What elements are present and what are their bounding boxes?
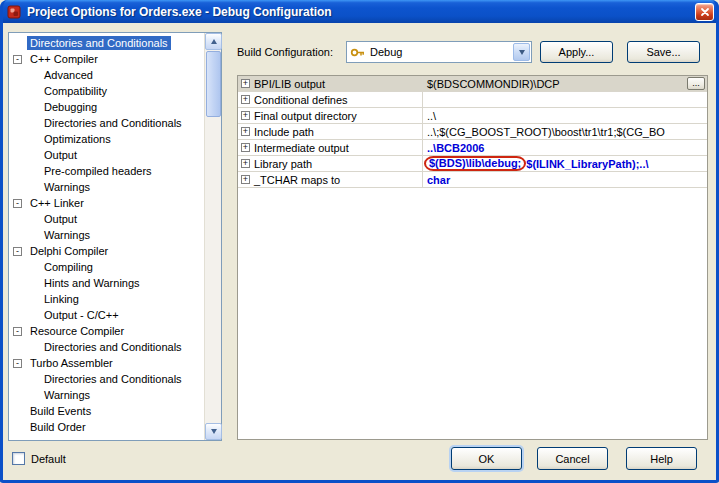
property-value-cell[interactable]: ..\BCB2006	[423, 140, 707, 155]
scroll-up-button[interactable]	[205, 33, 222, 50]
property-row[interactable]: +Final output directory..\	[238, 108, 707, 124]
tree-item-label: Hints and Warnings	[41, 276, 143, 290]
tree-item-label: Linking	[41, 292, 82, 306]
property-grid: +BPI/LIB output$(BDSCOMMONDIR)\DCP...+Co…	[237, 75, 708, 440]
combo-dropdown-button[interactable]	[513, 43, 530, 61]
scroll-down-icon	[211, 429, 217, 434]
property-value: ..\BCB2006	[427, 142, 484, 154]
tree-indent	[13, 423, 22, 432]
tree-item[interactable]: Directories and Conditionals	[9, 371, 204, 387]
property-row[interactable]: +Intermediate output..\BCB2006	[238, 140, 707, 156]
tree-item[interactable]: Output - C/C++	[9, 307, 204, 323]
tree-item[interactable]: -C++ Compiler	[9, 51, 204, 67]
expand-icon[interactable]: +	[241, 159, 250, 168]
tree-item[interactable]: Warnings	[9, 179, 204, 195]
tree-item[interactable]: Output	[9, 147, 204, 163]
tree-item[interactable]: Directories and Conditionals	[9, 339, 204, 355]
tree-item[interactable]: Hints and Warnings	[9, 275, 204, 291]
tree-item-label: Output	[41, 148, 80, 162]
collapse-icon[interactable]: -	[13, 247, 22, 256]
tree-scrollbar[interactable]	[204, 33, 221, 440]
property-row[interactable]: +_TCHAR maps tochar	[238, 172, 707, 188]
tree-item[interactable]: Compiling	[9, 259, 204, 275]
tree-item-label: Directories and Conditionals	[41, 372, 185, 386]
tree-item[interactable]: Warnings	[9, 387, 204, 403]
scrollbar-thumb[interactable]	[206, 51, 221, 117]
expand-icon[interactable]: +	[241, 95, 250, 104]
tree-item[interactable]: Directories and Conditionals	[9, 35, 204, 51]
tree-item[interactable]: Compatibility	[9, 83, 204, 99]
close-button[interactable]	[695, 3, 714, 21]
property-row[interactable]: +Conditional defines	[238, 92, 707, 108]
tree-item[interactable]: Directories and Conditionals	[9, 115, 204, 131]
expand-icon[interactable]: +	[241, 79, 250, 88]
save-button[interactable]: Save...	[627, 41, 700, 63]
property-name: Include path	[254, 126, 314, 138]
app-icon	[6, 4, 22, 20]
tree-item-label: Directories and Conditionals	[27, 36, 171, 50]
tree-item[interactable]: -Delphi Compiler	[9, 243, 204, 259]
default-label: Default	[31, 453, 66, 465]
expand-icon[interactable]: +	[241, 127, 250, 136]
tree-item[interactable]: Optimizations	[9, 131, 204, 147]
property-name-cell: +BPI/LIB output	[238, 76, 423, 91]
collapse-icon[interactable]: -	[13, 55, 22, 64]
expand-icon[interactable]: +	[241, 143, 250, 152]
tree-item[interactable]: -Resource Compiler	[9, 323, 204, 339]
property-value-cell[interactable]	[423, 92, 707, 107]
tree-item[interactable]: Output	[9, 211, 204, 227]
tree-item-label: Warnings	[41, 388, 93, 402]
property-name-cell: +Conditional defines	[238, 92, 423, 107]
title-bar[interactable]: Project Options for Orders.exe - Debug C…	[0, 0, 719, 23]
ok-button[interactable]: OK	[451, 447, 522, 470]
tree-item[interactable]: Build Events	[9, 403, 204, 419]
help-button[interactable]: Help	[626, 447, 697, 470]
collapse-icon[interactable]: -	[13, 199, 22, 208]
property-value-cell[interactable]: $(BDS)\lib\debug;$(ILINK_LibraryPath);..…	[423, 156, 707, 171]
property-value: ..\	[427, 110, 436, 122]
tree-item[interactable]: Debugging	[9, 99, 204, 115]
default-option: Default	[12, 452, 66, 465]
property-row[interactable]: +Include path..\;$(CG_BOOST_ROOT)\boost\…	[238, 124, 707, 140]
tree-item[interactable]: Pre-compiled headers	[9, 163, 204, 179]
expand-icon[interactable]: +	[241, 111, 250, 120]
tree-item-label: Optimizations	[41, 132, 114, 146]
collapse-icon[interactable]: -	[13, 327, 22, 336]
property-value-cell[interactable]: char	[423, 172, 707, 187]
tree-item[interactable]: Build Order	[9, 419, 204, 435]
build-configuration-combo[interactable]: Debug	[346, 41, 532, 63]
tree-item-label: C++ Compiler	[27, 52, 101, 66]
property-name-cell: +Include path	[238, 124, 423, 139]
property-value: $(ILINK_LibraryPath);..\	[526, 158, 648, 170]
property-value-cell[interactable]: ..\;$(CG_BOOST_ROOT)\boost\tr1\tr1;$(CG_…	[423, 124, 707, 139]
property-name: _TCHAR maps to	[254, 174, 340, 186]
cancel-button[interactable]: Cancel	[537, 447, 608, 470]
chevron-down-icon	[519, 50, 525, 55]
ellipsis-button[interactable]: ...	[687, 77, 705, 90]
tree-item[interactable]: -C++ Linker	[9, 195, 204, 211]
collapse-icon[interactable]: -	[13, 359, 22, 368]
tree-item-label: Debugging	[41, 100, 100, 114]
property-name-cell: +Intermediate output	[238, 140, 423, 155]
property-value-cell[interactable]: ..\	[423, 108, 707, 123]
red-oval-annotation: $(BDS)\lib\debug;	[424, 156, 526, 171]
property-name: Library path	[254, 158, 312, 170]
tree-item[interactable]: Linking	[9, 291, 204, 307]
property-row[interactable]: +BPI/LIB output$(BDSCOMMONDIR)\DCP...	[238, 76, 707, 92]
tree-item-label: Build Events	[27, 404, 94, 418]
tree-item-label: Output - C/C++	[41, 308, 122, 322]
default-checkbox[interactable]	[12, 452, 25, 465]
property-row[interactable]: +Library path$(BDS)\lib\debug;$(ILINK_Li…	[238, 156, 707, 172]
apply-button[interactable]: Apply...	[540, 41, 613, 63]
property-name-cell: +Library path	[238, 156, 423, 171]
options-tree: Directories and Conditionals-C++ Compile…	[9, 35, 204, 440]
tree-item[interactable]: Warnings	[9, 227, 204, 243]
tree-item[interactable]: -Turbo Assembler	[9, 355, 204, 371]
property-name: Intermediate output	[254, 142, 349, 154]
tree-item[interactable]: Advanced	[9, 67, 204, 83]
scroll-down-button[interactable]	[205, 423, 222, 440]
tree-item-label: Output	[41, 212, 80, 226]
property-value-cell[interactable]: $(BDSCOMMONDIR)\DCP...	[423, 76, 707, 91]
expand-icon[interactable]: +	[241, 175, 250, 184]
tree-item-label: Compatibility	[41, 84, 110, 98]
